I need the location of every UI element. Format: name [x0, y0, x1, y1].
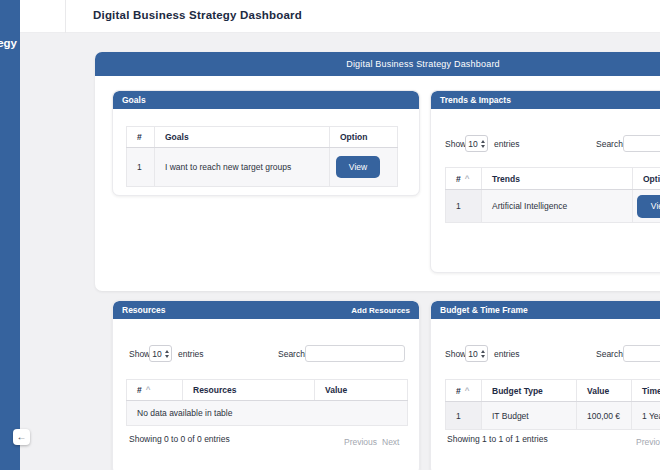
add-resources-button[interactable]: Add Resources: [351, 306, 410, 315]
budget-panel: Budget & Time Frame Show 10 entries Sear…: [430, 300, 660, 470]
sort-asc-icon: ^: [465, 174, 470, 183]
pagination-previous[interactable]: Previous: [636, 437, 660, 447]
search-label: Search:: [596, 139, 625, 149]
search-label: Search:: [596, 349, 625, 359]
trends-panel-title: Trends & Impacts: [440, 95, 511, 105]
left-arrow-icon: ←: [17, 432, 27, 442]
trends-panel-header: Trends & Impacts: [431, 91, 660, 109]
select-spinner-icon: [165, 350, 169, 358]
search-input[interactable]: [623, 345, 660, 362]
budget-panel-header: Budget & Time Frame: [431, 301, 660, 319]
trend-row-text: Artificial Intelligence: [482, 190, 633, 223]
goals-col-num: #: [127, 127, 155, 148]
budget-panel-title: Budget & Time Frame: [440, 305, 528, 315]
budget-row-num: 1: [446, 402, 482, 430]
dashboard-banner: Digital Business Strategy Dashboard: [95, 52, 660, 76]
goals-col-goals: Goals: [155, 127, 330, 148]
resources-col-value[interactable]: Value: [315, 380, 408, 401]
page-size-value: 10: [468, 139, 477, 149]
resources-panel: Resources Add Resources Show 10 entries …: [112, 300, 420, 470]
trends-col-num[interactable]: #^: [446, 168, 482, 190]
table-row: 1 I want to reach new target groups View: [127, 148, 398, 187]
back-button[interactable]: ←: [13, 429, 30, 445]
page-size-select[interactable]: 10: [149, 345, 172, 362]
show-label: Show: [445, 139, 466, 149]
entries-label: entries: [494, 139, 520, 149]
sidebar: egy: [0, 0, 20, 470]
trends-col-option: Option: [633, 168, 660, 190]
table-row: 1 Artificial Intelligence View: [446, 190, 660, 223]
budget-col-num[interactable]: #^: [446, 380, 482, 402]
goals-col-option: Option: [330, 127, 398, 148]
goal-row-num: 1: [127, 148, 155, 187]
trend-view-button[interactable]: View: [637, 195, 660, 218]
resources-col-resources[interactable]: Resources: [183, 380, 315, 401]
top-header: Digital Business Strategy Dashboard: [0, 0, 660, 33]
resources-table: #^ Resources Value No data available in …: [126, 379, 408, 426]
sort-asc-icon: ^: [465, 386, 470, 395]
resources-col-num[interactable]: #^: [127, 380, 183, 401]
table-info: Showing 1 to 1 of 1 entries: [447, 434, 548, 444]
page-title: Digital Business Strategy Dashboard: [93, 9, 302, 21]
budget-row-timeframe: 1 Years: [632, 402, 660, 430]
goals-panel-title: Goals: [122, 95, 146, 105]
goals-table: # Goals Option 1 I want to reach new tar…: [126, 126, 398, 187]
trends-col-trends[interactable]: Trends: [482, 168, 633, 190]
entries-label: entries: [178, 349, 204, 359]
budget-col-value[interactable]: Value: [577, 380, 632, 402]
goal-view-button[interactable]: View: [336, 156, 380, 178]
goal-row-text: I want to reach new target groups: [155, 148, 330, 187]
page-size-select[interactable]: 10: [465, 345, 488, 362]
empty-table-message: No data available in table: [127, 401, 408, 426]
budget-col-timeframe[interactable]: Time Frame: [632, 380, 660, 402]
pagination-next[interactable]: Next: [382, 437, 399, 447]
select-spinner-icon: [481, 350, 485, 358]
budget-row-type: IT Budget: [482, 402, 577, 430]
page-size-select[interactable]: 10: [465, 135, 488, 152]
show-label: Show: [129, 349, 150, 359]
search-label: Search:: [278, 349, 307, 359]
search-input[interactable]: [623, 135, 660, 152]
app-screen: Digital Business Strategy Dashboard Digi…: [0, 0, 660, 470]
goals-panel: Goals # Goals Option 1 I want to reach n…: [112, 90, 420, 196]
select-spinner-icon: [481, 140, 485, 148]
goals-panel-header: Goals: [113, 91, 419, 109]
table-empty-row: No data available in table: [127, 401, 408, 426]
sidebar-label: egy: [0, 37, 17, 49]
header-divider: [65, 0, 66, 33]
page-size-value: 10: [152, 349, 161, 359]
trends-table: #^ Trends Option 1 Artificial Intelligen…: [445, 167, 660, 223]
resources-panel-title: Resources: [122, 305, 165, 315]
trends-panel: Trends & Impacts Show 10 entries Search:…: [430, 90, 660, 273]
dashboard-banner-title: Digital Business Strategy Dashboard: [346, 59, 500, 69]
table-row: 1 IT Budget 100,00 € 1 Years: [446, 402, 660, 430]
budget-row-value: 100,00 €: [577, 402, 632, 430]
page-size-value: 10: [468, 349, 477, 359]
pagination-previous[interactable]: Previous: [344, 437, 377, 447]
budget-table: #^ Budget Type Value Time Frame 1 IT Bud…: [445, 379, 660, 430]
budget-col-type[interactable]: Budget Type: [482, 380, 577, 402]
show-label: Show: [445, 349, 466, 359]
trend-row-num: 1: [446, 190, 482, 223]
search-input[interactable]: [305, 345, 405, 362]
resources-panel-header: Resources Add Resources: [113, 301, 419, 319]
table-info: Showing 0 to 0 of 0 entries: [129, 434, 230, 444]
entries-label: entries: [494, 349, 520, 359]
sort-asc-icon: ^: [146, 385, 151, 394]
